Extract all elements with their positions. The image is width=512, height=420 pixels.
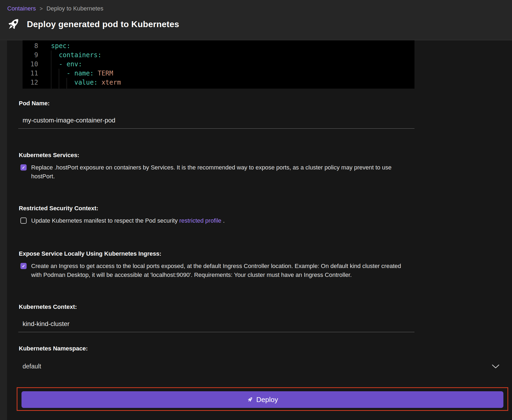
code-line: 8spec: <box>23 41 414 50</box>
deploy-form: 8spec:9 containers:10 - env:11 - name: T… <box>0 40 512 411</box>
services-option-text: Replace .hostPort exposure on containers… <box>31 163 413 181</box>
page-title: Deploy generated pod to Kubernetes <box>27 19 179 29</box>
deploy-button-label: Deploy <box>256 396 278 404</box>
code-token: spec: <box>51 42 70 50</box>
indent-guide <box>67 78 67 87</box>
breadcrumb-separator-icon: > <box>39 6 43 12</box>
chevron-down-icon <box>492 364 500 369</box>
code-token: xterm <box>98 79 121 86</box>
kubernetes-namespace-label: Kubernetes Namespace: <box>19 345 493 352</box>
code-line-content: spec: <box>51 41 70 50</box>
rocket-icon <box>3 13 24 35</box>
kubernetes-context-label: Kubernetes Context: <box>19 303 493 310</box>
code-line: 12 value: xterm <box>23 78 414 87</box>
indent-guide <box>51 50 51 60</box>
code-token: containers: <box>51 51 102 59</box>
code-line: 10 - env: <box>23 60 414 69</box>
code-line: 11 - name: TERM <box>23 69 414 78</box>
yaml-editor[interactable]: 8spec:9 containers:10 - env:11 - name: T… <box>23 40 414 89</box>
breadcrumb-containers-link[interactable]: Containers <box>7 5 36 12</box>
code-line-content: - env: <box>51 60 82 69</box>
indent-guide <box>59 87 59 89</box>
line-number: 13 <box>23 87 38 89</box>
code-token: TERM <box>94 70 113 77</box>
code-token: - name: <box>51 70 94 77</box>
rocket-icon <box>246 395 255 404</box>
indent-guide <box>67 87 67 89</box>
indent-guide <box>51 60 51 69</box>
pod-name-input[interactable]: my-custom-image-container-pod <box>18 117 414 129</box>
breadcrumb-current: Deploy to Kubernetes <box>46 5 103 12</box>
ingress-option-row: ✓ Create an Ingress to get access to the… <box>20 262 512 279</box>
indent-guide <box>51 78 51 87</box>
services-checkbox[interactable]: ✓ <box>20 164 27 171</box>
code-line-content: image: localhost/my-custom-image-contain… <box>51 87 257 89</box>
code-token: image: <box>51 88 90 89</box>
code-line: 9 containers: <box>23 50 414 60</box>
page-header: Containers > Deploy to Kubernetes Deploy… <box>0 0 512 40</box>
ingress-option-text: Create an Ingress to get access to the l… <box>31 262 413 279</box>
indent-guide <box>51 69 51 78</box>
line-number: 11 <box>23 69 38 78</box>
kubernetes-services-label: Kubernetes Services: <box>19 152 493 159</box>
annotation-highlight-box: Deploy <box>17 387 508 411</box>
namespace-selected-value: default <box>23 363 41 370</box>
kubernetes-context-input[interactable]: kind-kind-cluster <box>18 320 414 332</box>
code-line: 13 image: localhost/my-custom-image-cont… <box>23 87 414 89</box>
kubernetes-namespace-select[interactable]: default <box>18 363 506 370</box>
code-line-content: - name: TERM <box>51 69 113 78</box>
code-token: - env: <box>51 60 82 68</box>
line-number: 9 <box>23 50 38 60</box>
breadcrumb: Containers > Deploy to Kubernetes <box>7 4 512 13</box>
indent-guide <box>59 78 59 87</box>
code-token: value: <box>51 79 98 86</box>
security-option-text: Update Kubernetes manifest to respect th… <box>31 216 413 225</box>
line-number: 8 <box>23 41 38 50</box>
security-checkbox[interactable] <box>20 218 27 224</box>
indent-guide <box>51 87 51 89</box>
code-line-content: containers: <box>51 50 102 60</box>
left-edge-strip <box>0 41 7 420</box>
security-text-after: . <box>221 217 225 224</box>
security-text-before: Update Kubernetes manifest to respect th… <box>31 217 179 224</box>
security-option-row: Update Kubernetes manifest to respect th… <box>20 216 512 225</box>
restricted-security-label: Restricted Security Context: <box>19 205 493 212</box>
line-number: 12 <box>23 78 38 87</box>
ingress-checkbox[interactable]: ✓ <box>20 263 27 269</box>
restricted-profile-link[interactable]: restricted profile <box>179 217 222 224</box>
deploy-button[interactable]: Deploy <box>21 391 503 408</box>
ingress-label: Expose Service Locally Using Kubernetes … <box>19 250 493 257</box>
code-token: localhost/my-custom-image-container:late… <box>90 88 257 89</box>
line-number: 10 <box>23 60 38 69</box>
pod-name-label: Pod Name: <box>19 100 493 107</box>
services-option-row: ✓ Replace .hostPort exposure on containe… <box>20 163 512 181</box>
code-line-content: value: xterm <box>51 78 121 87</box>
indent-guide <box>59 69 59 78</box>
